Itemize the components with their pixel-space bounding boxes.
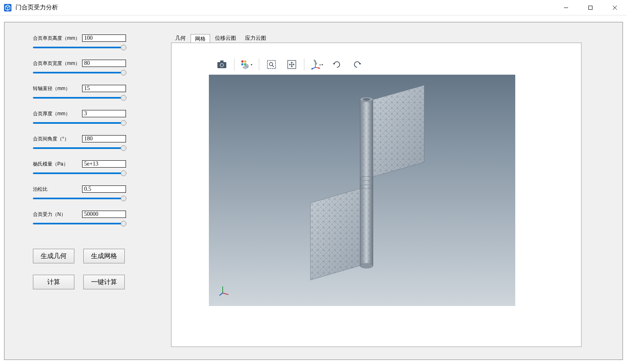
- param-input-youngs-modulus[interactable]: [82, 160, 126, 168]
- parameter-panel: 合页单页高度（mm） 合页单页宽度（mm） 转轴直径（mm） 合页厚度（mm）: [33, 34, 139, 236]
- viewer-panel: ▾ xzy ▾: [171, 43, 581, 347]
- param-leaf-width: 合页单页宽度（mm）: [33, 60, 139, 75]
- param-angle: 合页间角度（°）: [33, 135, 139, 151]
- rotate-ccw-icon[interactable]: [349, 56, 365, 73]
- param-label: 转轴直径（mm）: [33, 85, 80, 92]
- close-button[interactable]: [603, 0, 627, 15]
- title-bar: 门合页受力分析: [0, 0, 627, 15]
- param-youngs-modulus: 杨氏模量（Pa）: [33, 160, 139, 176]
- app-icon: [3, 3, 12, 12]
- param-input-pin-diameter[interactable]: [82, 85, 126, 92]
- param-label: 杨氏模量（Pa）: [33, 161, 80, 168]
- svg-rect-11: [241, 63, 243, 65]
- svg-marker-27: [359, 63, 361, 65]
- svg-rect-13: [267, 60, 276, 69]
- tab-mesh[interactable]: 网格: [191, 34, 210, 43]
- toolbar-separator: [234, 58, 234, 71]
- action-button-grid: 生成几何 生成网格 计算 一键计算: [33, 249, 125, 289]
- param-slider-leaf-width[interactable]: [33, 72, 126, 73]
- one-click-compute-button[interactable]: 一键计算: [83, 275, 125, 289]
- param-label: 合页受力（N）: [33, 211, 80, 218]
- svg-point-36: [360, 263, 373, 268]
- viewport-toolbar: ▾ xzy ▾: [209, 54, 515, 75]
- minimize-button[interactable]: [554, 0, 578, 15]
- tab-geometry[interactable]: 几何: [171, 34, 190, 43]
- svg-rect-33: [360, 99, 373, 266]
- compute-button[interactable]: 计算: [33, 275, 74, 289]
- param-input-poisson-ratio[interactable]: [82, 185, 126, 193]
- param-input-leaf-width[interactable]: [82, 60, 126, 67]
- param-label: 合页单页宽度（mm）: [33, 60, 80, 67]
- rotate-cw-icon[interactable]: [329, 56, 345, 73]
- param-input-angle[interactable]: [82, 135, 126, 142]
- param-label: 泊松比: [33, 186, 80, 193]
- param-slider-pin-diameter[interactable]: [33, 97, 126, 99]
- svg-rect-2: [589, 6, 592, 9]
- param-label: 合页间角度（°）: [33, 136, 80, 142]
- svg-rect-6: [220, 60, 223, 62]
- svg-marker-29: [367, 85, 424, 179]
- param-input-thickness[interactable]: [82, 110, 126, 117]
- svg-text:x: x: [319, 63, 321, 66]
- svg-rect-10: [244, 60, 246, 62]
- chevron-down-icon: ▾: [321, 63, 323, 67]
- param-input-force[interactable]: [82, 211, 126, 218]
- svg-line-41: [219, 293, 223, 295]
- svg-text:z: z: [314, 59, 315, 62]
- main-frame: 合页单页高度（mm） 合页单页宽度（mm） 转轴直径（mm） 合页厚度（mm）: [4, 22, 623, 360]
- zoom-fit-icon[interactable]: [263, 56, 280, 73]
- param-pin-diameter: 转轴直径（mm）: [33, 85, 139, 100]
- param-slider-youngs-modulus[interactable]: [33, 172, 126, 174]
- param-slider-poisson-ratio[interactable]: [33, 198, 126, 199]
- svg-marker-20: [319, 67, 320, 69]
- svg-point-14: [269, 62, 273, 66]
- svg-marker-22: [311, 68, 313, 69]
- generate-geometry-button[interactable]: 生成几何: [33, 249, 74, 263]
- view-tabbar: 几何 网格 位移云图 应力云图: [171, 34, 270, 43]
- mesh-model: [306, 85, 428, 288]
- svg-text:y: y: [316, 62, 317, 65]
- orientation-triad-icon: [219, 284, 231, 296]
- toolbar-separator: [304, 58, 304, 71]
- window-controls: [554, 0, 627, 15]
- app-title: 门合页受力分析: [15, 4, 58, 11]
- tab-displacement[interactable]: 位移云图: [211, 34, 240, 43]
- param-poisson-ratio: 泊松比: [33, 185, 139, 201]
- svg-line-40: [223, 293, 228, 295]
- chevron-down-icon: ▾: [251, 63, 252, 67]
- generate-mesh-button[interactable]: 生成网格: [83, 249, 125, 263]
- svg-line-15: [272, 65, 274, 67]
- param-label: 合页厚度（mm）: [33, 110, 80, 117]
- pan-icon[interactable]: [284, 56, 300, 73]
- axes-icon[interactable]: xzy ▾: [308, 56, 325, 73]
- param-input-leaf-height[interactable]: [82, 34, 126, 42]
- svg-marker-31: [310, 187, 367, 280]
- screenshot-icon[interactable]: [214, 56, 230, 73]
- svg-rect-9: [241, 60, 243, 62]
- toolbar-separator: [259, 58, 259, 71]
- view-mode-icon[interactable]: ▾: [239, 56, 255, 73]
- viewport-3d[interactable]: ▾ xzy ▾: [209, 54, 515, 306]
- maximize-button[interactable]: [578, 0, 603, 15]
- param-thickness: 合页厚度（mm）: [33, 110, 139, 125]
- param-label: 合页单页高度（mm）: [33, 35, 80, 42]
- param-slider-thickness[interactable]: [33, 122, 126, 124]
- svg-marker-26: [333, 63, 335, 65]
- param-leaf-height: 合页单页高度（mm）: [33, 34, 139, 50]
- param-force: 合页受力（N）: [33, 211, 139, 226]
- svg-point-8: [221, 64, 223, 67]
- param-slider-leaf-height[interactable]: [33, 47, 126, 48]
- svg-point-35: [363, 98, 370, 101]
- param-slider-force[interactable]: [33, 223, 126, 224]
- param-slider-angle[interactable]: [33, 147, 126, 149]
- tab-stress[interactable]: 应力云图: [241, 34, 270, 43]
